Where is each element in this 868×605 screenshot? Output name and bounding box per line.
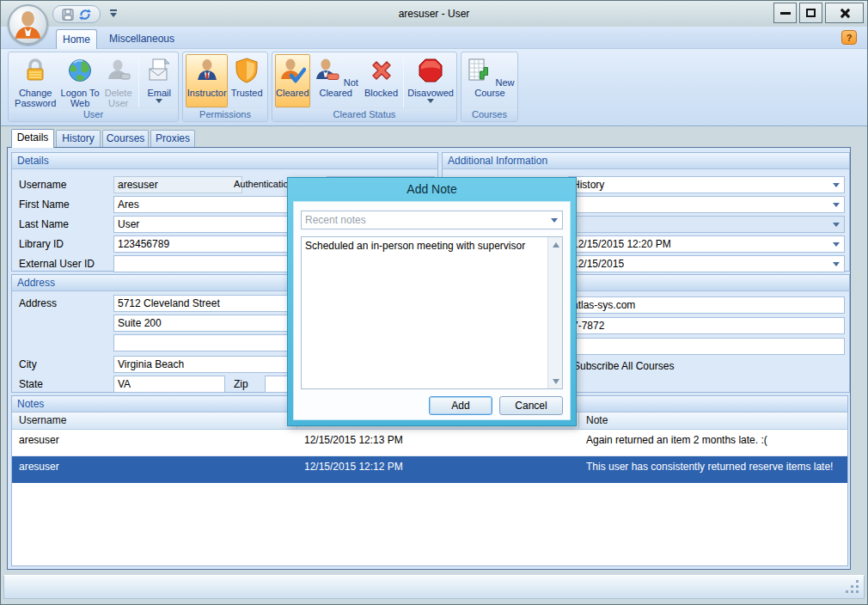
- note-username-cell: aresuser: [12, 430, 297, 456]
- save-icon[interactable]: [61, 8, 75, 21]
- dropdown-value: History: [572, 179, 604, 191]
- chevron-down-icon: [833, 203, 840, 207]
- library-id-label: Library ID: [19, 238, 64, 250]
- button-label: Instructor: [187, 88, 227, 98]
- additional-dropdown-3[interactable]: [568, 216, 845, 233]
- note-text-cell: Again returned an item 2 months late. :(: [579, 430, 847, 456]
- last-name-label: Last Name: [19, 218, 69, 230]
- username-field[interactable]: aresuser: [113, 176, 242, 193]
- email-dropdown-arrow[interactable]: [143, 99, 175, 103]
- contact-extra-field[interactable]: [568, 338, 845, 355]
- status-bar: [3, 575, 865, 599]
- tab-courses[interactable]: Courses: [102, 130, 149, 147]
- ribbon-group-cleared-status: Cleared Not Cleared Blocked: [272, 52, 457, 122]
- grid-plus-icon: [465, 57, 492, 84]
- tab-history[interactable]: History: [56, 130, 101, 147]
- external-user-id-label: External User ID: [19, 258, 95, 270]
- note-row[interactable]: aresuser 12/15/2015 12:13 PM Again retur…: [12, 430, 847, 456]
- close-icon: [839, 8, 850, 19]
- user-gray-icon: [105, 57, 132, 84]
- state-field[interactable]: VA: [113, 376, 225, 393]
- recent-notes-placeholder: Recent notes: [305, 214, 366, 226]
- user-minus-icon: [314, 57, 341, 84]
- button-label: Trusted: [231, 88, 263, 98]
- note-textarea[interactable]: Scheduled an in-person meeting with supe…: [301, 236, 563, 389]
- disavowed-dropdown-arrow[interactable]: [407, 99, 454, 103]
- stop-icon: [417, 57, 444, 84]
- quick-access-toolbar: [52, 5, 101, 23]
- trusted-toggle-button[interactable]: Trusted: [228, 54, 266, 107]
- additional-dropdown-2[interactable]: [568, 196, 845, 213]
- address-label: Address: [19, 297, 57, 309]
- add-note-dialog: Add Note Recent notes Scheduled an in-pe…: [287, 177, 577, 426]
- scrollbar[interactable]: [547, 237, 562, 388]
- add-button[interactable]: Add: [429, 396, 492, 415]
- dialog-body: Recent notes Scheduled an in-person meet…: [293, 201, 571, 420]
- new-course-button[interactable]: New Course: [464, 54, 516, 107]
- instructor-icon: [193, 57, 221, 84]
- scroll-up-button[interactable]: [548, 237, 563, 252]
- maximize-button[interactable]: [799, 3, 822, 23]
- cleared-toggle-button[interactable]: Cleared: [275, 54, 310, 107]
- button-label: Change Password: [15, 88, 56, 108]
- disavowed-button[interactable]: Disavowed: [406, 54, 455, 107]
- recent-notes-dropdown[interactable]: Recent notes: [301, 211, 563, 229]
- qat-customize-button[interactable]: [107, 8, 119, 20]
- department-dropdown[interactable]: History: [568, 176, 845, 193]
- dropdown-value: 12/15/2015 12:20 PM: [572, 238, 671, 250]
- date-dropdown-2[interactable]: 12/15/2015: [568, 255, 845, 272]
- ribbon-tab-home[interactable]: Home: [56, 29, 97, 49]
- qat-customize-bar: [110, 9, 117, 11]
- user-window: aresuser - User Home: [0, 0, 868, 605]
- additional-information-header: Additional Information: [443, 153, 849, 169]
- details-group-header: Details: [12, 153, 437, 169]
- dialog-title[interactable]: Add Note: [288, 178, 576, 201]
- globe-icon: [66, 57, 94, 84]
- refresh-icon[interactable]: [78, 8, 92, 21]
- city-label: City: [19, 358, 37, 370]
- note-row-selected[interactable]: aresuser 12/15/2015 12:12 PM This user h…: [12, 456, 847, 483]
- application-button[interactable]: [8, 4, 48, 45]
- close-button[interactable]: [825, 3, 864, 23]
- minimize-icon: [780, 12, 791, 15]
- minimize-button[interactable]: [773, 3, 797, 23]
- column-header-username[interactable]: Username: [12, 412, 297, 430]
- group-caption-permissions: Permissions: [183, 107, 267, 121]
- envelope-icon: [145, 57, 173, 84]
- phone-field[interactable]: 7-7872: [568, 317, 845, 334]
- note-username-cell: aresuser: [12, 456, 297, 483]
- triangle-up-icon: [553, 242, 559, 248]
- ribbon-tab-miscellaneous[interactable]: Miscellaneous: [101, 29, 183, 49]
- note-date-cell: 12/15/2015 12:12 PM: [297, 456, 579, 483]
- resize-grip[interactable]: [856, 590, 859, 593]
- button-label: Logon To Web: [61, 88, 100, 108]
- button-label: Cleared: [276, 88, 309, 98]
- email-field[interactable]: atlas-sys.com: [568, 296, 845, 314]
- ribbon-separator: [403, 56, 404, 107]
- tab-details[interactable]: Details: [11, 129, 54, 148]
- help-icon[interactable]: ?: [841, 30, 857, 45]
- ribbon-group-courses: New Course Courses: [461, 52, 518, 122]
- delete-user-button[interactable]: Delete User: [101, 54, 137, 107]
- button-label: Blocked: [364, 88, 398, 98]
- not-cleared-toggle-button[interactable]: Not Cleared: [310, 54, 362, 107]
- date-dropdown-1[interactable]: 12/15/2015 12:20 PM: [568, 235, 845, 253]
- cancel-button[interactable]: Cancel: [499, 396, 563, 415]
- chevron-down-icon: [833, 183, 840, 187]
- titlebar[interactable]: aresuser - User: [1, 1, 867, 27]
- column-header-note[interactable]: Note: [579, 412, 847, 430]
- button-label: Disavowed: [407, 88, 454, 98]
- group-caption-cleared-status: Cleared Status: [272, 107, 456, 121]
- shield-icon: [233, 57, 260, 84]
- chevron-down-icon: [156, 99, 162, 103]
- instructor-toggle-button[interactable]: Instructor: [186, 54, 228, 107]
- scroll-down-button[interactable]: [548, 374, 563, 388]
- email-button[interactable]: Email: [142, 54, 176, 107]
- blocked-toggle-button[interactable]: Blocked: [362, 54, 400, 107]
- chevron-down-icon: [110, 13, 117, 17]
- logon-to-web-button[interactable]: Logon To Web: [59, 54, 100, 107]
- tab-proxies[interactable]: Proxies: [150, 130, 195, 147]
- ribbon: Change Password Logon To Web: [1, 49, 867, 126]
- change-password-button[interactable]: Change Password: [11, 54, 59, 107]
- ribbon-separator: [138, 56, 139, 107]
